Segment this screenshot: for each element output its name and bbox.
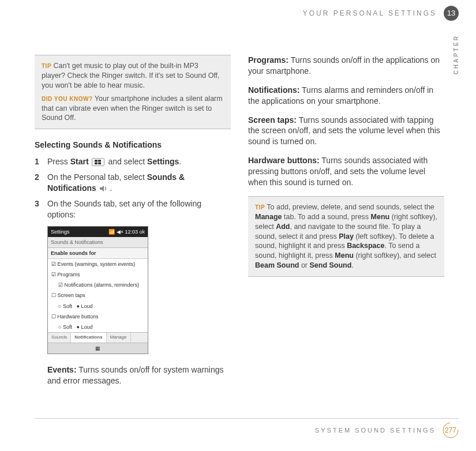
tip-text: . [351, 261, 353, 269]
page-footer: SYSTEM SOUND SETTINGS 277 [35, 418, 459, 438]
mock-keyboard-button: ▦ [48, 343, 148, 354]
tip-bold: Menu [371, 213, 390, 221]
tip-text: To add, preview, delete, and send sounds… [267, 203, 434, 211]
section-heading: Selecting Sounds & Notifications [35, 140, 231, 151]
page-number: 277 [445, 426, 456, 435]
mock-tab-notifications: Notifications [71, 333, 106, 343]
mock-radio-soft: Soft [58, 303, 72, 309]
events-paragraph: Events: Turns sounds on/off for system w… [35, 364, 231, 386]
option-label: Notifications: [248, 85, 299, 95]
step-text: and select [108, 157, 147, 166]
step-text: On the Sounds tab, set any of the follow… [47, 198, 231, 220]
page-header: YOUR PERSONAL SETTINGS 13 [303, 6, 459, 21]
mock-app-title: Settings [51, 228, 70, 235]
tip-bold: Send Sound [309, 261, 351, 269]
tip-bold: Menu [335, 251, 354, 260]
content-columns: TIP Can't get music to play out of the b… [35, 55, 444, 394]
hardware-paragraph: Hardware buttons: Turns sounds associate… [248, 155, 444, 188]
tip-box-2: TIP To add, preview, delete, and send so… [248, 196, 444, 277]
mock-subhead: Enable sounds for [48, 248, 148, 259]
option-label: Programs: [248, 55, 288, 65]
programs-paragraph: Programs: Turns sounds on/off in the app… [248, 55, 444, 77]
mock-status-icons: 📶 ◀× 12:03 ok [108, 228, 145, 235]
steps-list: 1 Press Start and select Settings. 2 On … [35, 156, 231, 220]
option-label: Screen taps: [248, 115, 297, 125]
mock-row-notifications: Notifications (alarms, reminders) [48, 280, 148, 290]
speaker-icon [99, 185, 108, 193]
step-number: 2 [35, 172, 47, 183]
step-text: . [179, 157, 181, 166]
tip-bold: Play [339, 232, 354, 240]
option-label: Events: [47, 365, 77, 374]
left-column: TIP Can't get music to play out of the b… [35, 55, 231, 394]
mock-tabs: Sounds Notifications Manage [48, 332, 148, 343]
did-you-know-label: DID YOU KNOW? [42, 96, 93, 102]
step-3: 3 On the Sounds tab, set any of the foll… [35, 198, 231, 220]
svg-rect-0 [95, 160, 98, 162]
option-label: Hardware buttons: [248, 156, 320, 165]
right-column: Programs: Turns sounds on/off in the app… [248, 55, 444, 394]
tip-bold: Manage [255, 213, 282, 221]
tip-text: (right softkey), and select [354, 251, 436, 260]
chapter-side-label: CHAPTER [452, 35, 460, 74]
mock-radio-soft: Soft [58, 324, 72, 330]
tip-bold: Beam Sound [255, 261, 299, 269]
mock-tab-manage: Manage [107, 333, 131, 343]
screentaps-paragraph: Screen taps: Turns sounds associated wit… [248, 115, 444, 148]
start-icon [92, 158, 104, 166]
tip-box-1: TIP Can't get music to play out of the b… [35, 55, 231, 129]
tip-text: Can't get music to play out of the built… [42, 62, 220, 89]
step-2: 2 On the Personal tab, select Sounds & N… [35, 172, 231, 194]
mock-radio-loud: Loud [76, 303, 92, 309]
step-text: On the Personal tab, select [47, 172, 147, 182]
step-text: Press [47, 157, 70, 166]
svg-rect-3 [98, 163, 101, 165]
page-number-badge: 277 [443, 422, 459, 438]
chapter-number-badge: 13 [444, 6, 459, 21]
tip-text: tab. To add a sound, press [282, 213, 371, 221]
mock-row-hardware-radios: Soft Loud [48, 322, 148, 332]
step-bold: Start [70, 157, 89, 166]
mock-tab-sounds: Sounds [48, 333, 71, 343]
mock-row-screentaps: Screen taps [48, 290, 148, 300]
svg-rect-1 [98, 160, 101, 162]
mock-screen-title: Sounds & Notifications [48, 237, 148, 248]
device-screenshot: Settings 📶 ◀× 12:03 ok Sounds & Notifica… [47, 226, 148, 354]
footer-title: SYSTEM SOUND SETTINGS [315, 426, 436, 435]
notifications-paragraph: Notifications: Turns alarms and reminder… [248, 85, 444, 107]
mock-row-programs: Programs [48, 269, 148, 280]
tip-label: TIP [255, 204, 265, 211]
step-number: 3 [35, 198, 47, 209]
header-title: YOUR PERSONAL SETTINGS [303, 9, 437, 18]
step-1: 1 Press Start and select Settings. [35, 156, 231, 167]
mock-radio-loud: Loud [76, 324, 92, 330]
mock-row-events: Events (warnings, system events) [48, 259, 148, 269]
mock-row-screentaps-radios: Soft Loud [48, 301, 148, 311]
step-bold: Settings [147, 157, 179, 166]
tip-bold: Backspace [347, 242, 384, 250]
tip-label: TIP [42, 63, 51, 69]
svg-rect-2 [95, 163, 98, 165]
tip-bold: Add [276, 223, 290, 231]
mock-row-hardware: Hardware buttons [48, 311, 148, 322]
step-text: . [108, 183, 113, 193]
step-number: 1 [35, 156, 47, 167]
tip-text: or [299, 261, 309, 269]
